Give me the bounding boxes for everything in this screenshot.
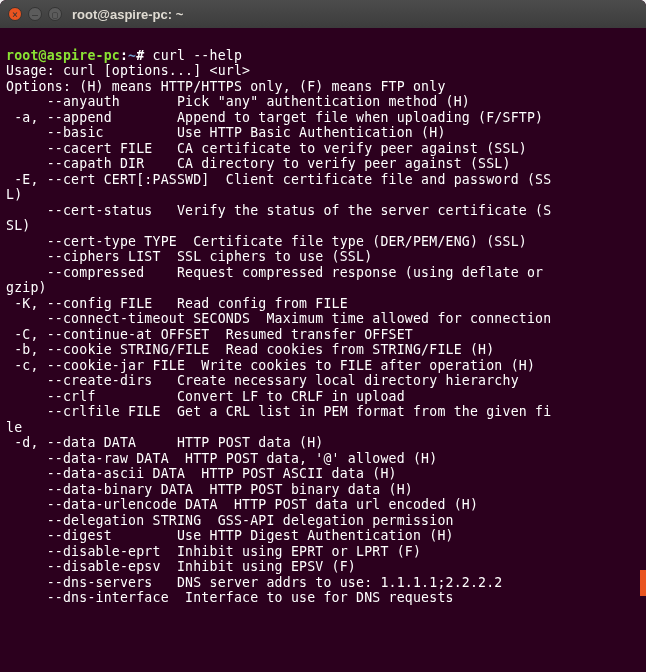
- output-line: -c, --cookie-jar FILE Write cookies to F…: [6, 358, 640, 374]
- close-icon: ×: [12, 9, 18, 20]
- output-line: Usage: curl [options...] <url>: [6, 63, 640, 79]
- output-line: -C, --continue-at OFFSET Resumed transfe…: [6, 327, 640, 343]
- output-line: -K, --config FILE Read config from FILE: [6, 296, 640, 312]
- prompt-user-host: root@aspire-pc: [6, 48, 120, 63]
- window-title: root@aspire-pc: ~: [72, 7, 183, 22]
- terminal-window: × – ▢ root@aspire-pc: ~ root@aspire-pc:~…: [0, 0, 646, 672]
- output-line: gzip): [6, 280, 640, 296]
- output-line: --data-binary DATA HTTP POST binary data…: [6, 482, 640, 498]
- output-line: SL): [6, 218, 640, 234]
- maximize-button[interactable]: ▢: [48, 7, 62, 21]
- output-line: --crlf Convert LF to CRLF in upload: [6, 389, 640, 405]
- output-line: --disable-epsv Inhibit using EPSV (F): [6, 559, 640, 575]
- output-line: --basic Use HTTP Basic Authentication (H…: [6, 125, 640, 141]
- output-line: -E, --cert CERT[:PASSWD] Client certific…: [6, 172, 640, 188]
- output-line: -b, --cookie STRING/FILE Read cookies fr…: [6, 342, 640, 358]
- command-text: curl --help: [153, 48, 243, 63]
- output-line: --capath DIR CA directory to verify peer…: [6, 156, 640, 172]
- output-line: --data-urlencode DATA HTTP POST data url…: [6, 497, 640, 513]
- side-indicator: [640, 570, 646, 596]
- output-line: --delegation STRING GSS-API delegation p…: [6, 513, 640, 529]
- output-line: --create-dirs Create necessary local dir…: [6, 373, 640, 389]
- minimize-icon: –: [32, 9, 38, 20]
- output-line: --dns-servers DNS server addrs to use: 1…: [6, 575, 640, 591]
- output-line: --crlfile FILE Get a CRL list in PEM for…: [6, 404, 640, 420]
- prompt-line: root@aspire-pc:~# curl --help: [6, 48, 640, 64]
- output-line: --cert-status Verify the status of the s…: [6, 203, 640, 219]
- output-line: --cert-type TYPE Certificate file type (…: [6, 234, 640, 250]
- titlebar[interactable]: × – ▢ root@aspire-pc: ~: [0, 0, 646, 28]
- output-line: --digest Use HTTP Digest Authentication …: [6, 528, 640, 544]
- prompt-sep1: :: [120, 48, 128, 63]
- minimize-button[interactable]: –: [28, 7, 42, 21]
- output-line: -d, --data DATA HTTP POST data (H): [6, 435, 640, 451]
- output-line: --dns-interface Interface to use for DNS…: [6, 590, 640, 606]
- output-line: --connect-timeout SECONDS Maximum time a…: [6, 311, 640, 327]
- maximize-icon: ▢: [52, 9, 58, 20]
- output-line: --anyauth Pick "any" authentication meth…: [6, 94, 640, 110]
- terminal-body[interactable]: root@aspire-pc:~# curl --helpUsage: curl…: [0, 28, 646, 610]
- output-line: --compressed Request compressed response…: [6, 265, 640, 281]
- output-line: --data-ascii DATA HTTP POST ASCII data (…: [6, 466, 640, 482]
- prompt-sep2: #: [136, 48, 144, 63]
- window-controls: × – ▢: [8, 7, 62, 21]
- output-line: le: [6, 420, 640, 436]
- output-line: Options: (H) means HTTP/HTTPS only, (F) …: [6, 79, 640, 95]
- output-line: --disable-eprt Inhibit using EPRT or LPR…: [6, 544, 640, 560]
- output-line: -a, --append Append to target file when …: [6, 110, 640, 126]
- output-line: L): [6, 187, 640, 203]
- output-line: --data-raw DATA HTTP POST data, '@' allo…: [6, 451, 640, 467]
- output-line: --ciphers LIST SSL ciphers to use (SSL): [6, 249, 640, 265]
- close-button[interactable]: ×: [8, 7, 22, 21]
- output-line: --cacert FILE CA certificate to verify p…: [6, 141, 640, 157]
